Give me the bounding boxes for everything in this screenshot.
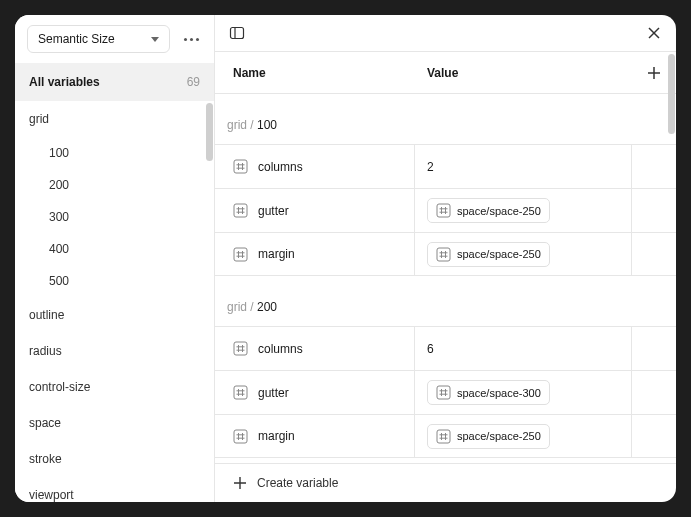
all-variables-count: 69 <box>187 75 200 89</box>
variable-name-cell[interactable]: gutter <box>215 189 415 232</box>
sidebar-scrollbar[interactable] <box>206 103 213 161</box>
sidebar-group[interactable]: stroke <box>15 441 214 477</box>
svg-rect-21 <box>234 248 247 261</box>
number-variable-icon <box>233 341 248 356</box>
variable-row[interactable]: marginspace/space-250 <box>215 414 676 458</box>
variable-row[interactable]: columns2 <box>215 144 676 188</box>
svg-rect-31 <box>234 342 247 355</box>
collection-select[interactable]: Semantic Size <box>27 25 170 53</box>
sidebar-group[interactable]: grid <box>15 101 214 137</box>
alias-chip[interactable]: space/space-250 <box>427 198 550 223</box>
variable-name-cell[interactable]: columns <box>215 327 415 370</box>
row-end-cell <box>632 145 676 188</box>
svg-rect-36 <box>234 386 247 399</box>
variable-name: columns <box>258 342 303 356</box>
variable-name-cell[interactable]: margin <box>215 233 415 275</box>
variable-name: gutter <box>258 204 289 218</box>
svg-rect-46 <box>234 430 247 443</box>
main-content: Name Value grid / 100columns2gutterspace… <box>215 15 676 502</box>
variables-panel: Semantic Size All variables 69 grid10020… <box>15 15 676 502</box>
variables-table: Name Value grid / 100columns2gutterspace… <box>215 52 676 463</box>
svg-rect-0 <box>231 28 244 39</box>
variable-name-cell[interactable]: gutter <box>215 371 415 414</box>
variable-row[interactable]: columns6 <box>215 326 676 370</box>
svg-rect-16 <box>437 204 450 217</box>
sidebar-subgroup[interactable]: 300 <box>15 201 214 233</box>
number-variable-icon <box>436 385 451 400</box>
svg-rect-51 <box>437 430 450 443</box>
number-variable-icon <box>233 247 248 262</box>
number-variable-icon <box>233 159 248 174</box>
all-variables-button[interactable]: All variables 69 <box>15 63 214 101</box>
sidebar-subgroup[interactable]: 500 <box>15 265 214 297</box>
alias-value: space/space-250 <box>457 248 541 260</box>
variable-row[interactable]: marginspace/space-250 <box>215 232 676 276</box>
number-variable-icon <box>233 203 248 218</box>
row-end-cell <box>632 327 676 370</box>
svg-rect-41 <box>437 386 450 399</box>
variable-group-header: grid / 200 <box>215 276 676 326</box>
sidebar-subgroup[interactable]: 400 <box>15 233 214 265</box>
more-horizontal-icon <box>184 38 199 41</box>
sidebar-group-list: grid100200300400500outlineradiuscontrol-… <box>15 101 214 502</box>
variable-value-cell[interactable]: space/space-250 <box>415 233 632 275</box>
svg-rect-26 <box>437 248 450 261</box>
chevron-down-icon <box>151 37 159 42</box>
column-header-name: Name <box>215 66 415 80</box>
variable-name-cell[interactable]: columns <box>215 145 415 188</box>
table-header: Name Value <box>215 52 676 94</box>
variable-value-cell[interactable]: space/space-300 <box>415 371 632 414</box>
sidebar-toggle-icon[interactable] <box>229 25 245 41</box>
variable-name: gutter <box>258 386 289 400</box>
alias-value: space/space-250 <box>457 430 541 442</box>
sidebar-group[interactable]: radius <box>15 333 214 369</box>
number-variable-icon <box>233 429 248 444</box>
sidebar: Semantic Size All variables 69 grid10020… <box>15 15 215 502</box>
variable-name: margin <box>258 429 295 443</box>
variable-value-cell[interactable]: space/space-250 <box>415 415 632 457</box>
plus-icon <box>233 476 247 490</box>
number-value: 6 <box>427 342 434 356</box>
alias-chip[interactable]: space/space-250 <box>427 242 550 267</box>
variable-value-cell[interactable]: 6 <box>415 327 632 370</box>
alias-chip[interactable]: space/space-300 <box>427 380 550 405</box>
column-header-value: Value <box>415 66 632 80</box>
number-variable-icon <box>436 247 451 262</box>
collection-name: Semantic Size <box>38 32 115 46</box>
sidebar-group[interactable]: viewport <box>15 477 214 502</box>
collection-actions-button[interactable] <box>178 26 204 52</box>
main-header <box>215 15 676 52</box>
variable-name: margin <box>258 247 295 261</box>
number-variable-icon <box>233 385 248 400</box>
create-variable-label: Create variable <box>257 476 338 490</box>
variable-value-cell[interactable]: space/space-250 <box>415 189 632 232</box>
close-icon[interactable] <box>646 25 662 41</box>
number-value: 2 <box>427 160 434 174</box>
number-variable-icon <box>436 429 451 444</box>
variable-group-header: grid / 100 <box>215 94 676 144</box>
alias-value: space/space-300 <box>457 387 541 399</box>
variable-row[interactable]: gutterspace/space-300 <box>215 370 676 414</box>
row-end-cell <box>632 415 676 457</box>
variable-value-cell[interactable]: 2 <box>415 145 632 188</box>
variable-name: columns <box>258 160 303 174</box>
sidebar-header: Semantic Size <box>15 15 214 63</box>
row-end-cell <box>632 189 676 232</box>
number-variable-icon <box>436 203 451 218</box>
main-scrollbar[interactable] <box>668 54 675 134</box>
variable-name-cell[interactable]: margin <box>215 415 415 457</box>
row-end-cell <box>632 371 676 414</box>
create-variable-button[interactable]: Create variable <box>215 463 676 502</box>
sidebar-group[interactable]: control-size <box>15 369 214 405</box>
svg-rect-11 <box>234 204 247 217</box>
variable-row[interactable]: gutterspace/space-250 <box>215 188 676 232</box>
svg-rect-6 <box>234 160 247 173</box>
all-variables-label: All variables <box>29 75 100 89</box>
sidebar-group[interactable]: outline <box>15 297 214 333</box>
row-end-cell <box>632 233 676 275</box>
alias-chip[interactable]: space/space-250 <box>427 424 550 449</box>
sidebar-subgroup[interactable]: 100 <box>15 137 214 169</box>
alias-value: space/space-250 <box>457 205 541 217</box>
sidebar-group[interactable]: space <box>15 405 214 441</box>
sidebar-subgroup[interactable]: 200 <box>15 169 214 201</box>
